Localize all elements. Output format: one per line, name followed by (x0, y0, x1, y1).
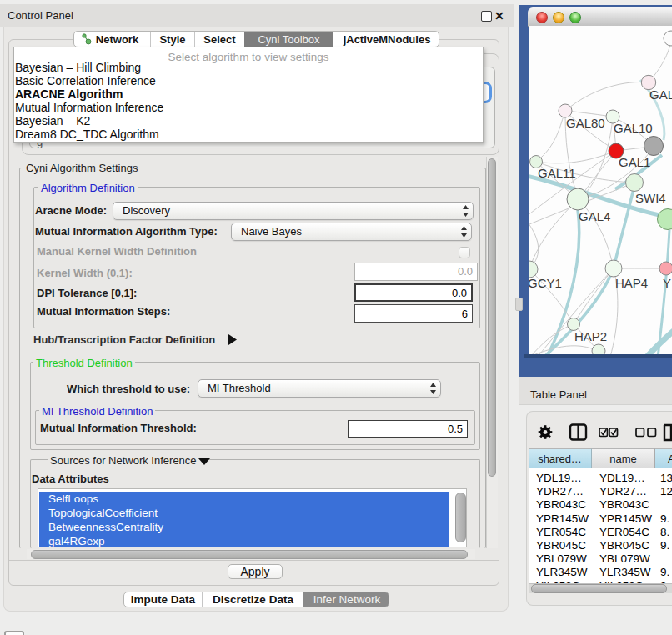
svg-text:SWI4: SWI4 (635, 191, 666, 205)
svg-text:GCY1: GCY1 (529, 276, 562, 290)
svg-text:Y: Y (663, 276, 671, 290)
svg-text:GAL80: GAL80 (566, 116, 605, 130)
svg-text:GAL7: GAL7 (649, 88, 672, 102)
svg-text:HAP2: HAP2 (574, 329, 607, 343)
svg-text:GAL1: GAL1 (619, 155, 650, 169)
svg-text:GAL11: GAL11 (538, 166, 576, 180)
svg-text:GAL10: GAL10 (614, 121, 653, 135)
svg-text:HAP4: HAP4 (615, 276, 648, 290)
svg-text:GAL4: GAL4 (579, 209, 610, 223)
